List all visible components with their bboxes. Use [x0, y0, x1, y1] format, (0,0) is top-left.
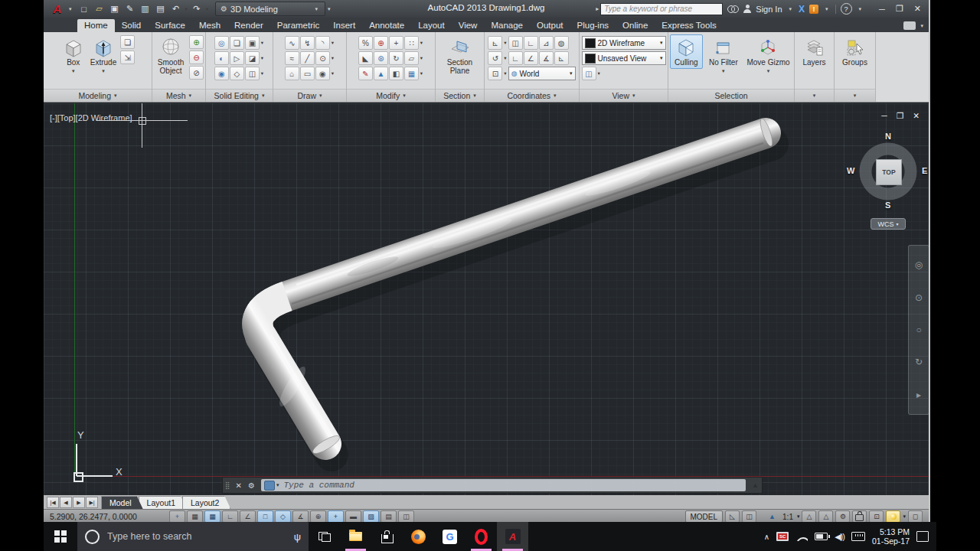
first-layout-button[interactable]: |◀	[47, 497, 59, 508]
workspace-dropdown[interactable]: ⚙ 3D Modeling ▾	[215, 2, 325, 16]
annotation-scale-dropdown-icon[interactable]: ▾	[797, 514, 800, 520]
communication-center-icon[interactable]: !	[809, 5, 818, 14]
named-view-dropdown[interactable]: Unsaved View ▾	[582, 51, 666, 65]
zoom-icon[interactable]: ○	[916, 324, 921, 335]
command-input[interactable]	[282, 480, 743, 491]
selection-cycling-icon[interactable]: ◫	[398, 510, 414, 523]
view-cube[interactable]: N S W E TOP	[859, 142, 917, 201]
pan-icon[interactable]: ⊙	[915, 292, 923, 303]
box-button[interactable]: Box ▾	[60, 34, 87, 77]
lock-ui-icon[interactable]	[852, 510, 867, 523]
extrude-faces-icon[interactable]: ❏	[230, 36, 244, 50]
panel-label-layers[interactable]: ▾	[795, 89, 834, 102]
ellipse-icon[interactable]: ◉	[315, 67, 330, 80]
ucs-object-icon[interactable]: ∠	[524, 51, 538, 65]
ucs-restore-icon[interactable]: ∟	[508, 51, 523, 65]
dynamic-ucs-icon[interactable]: ⊕	[310, 510, 326, 523]
viewport-config-icon[interactable]: ◫	[582, 67, 596, 80]
3d-polyline-icon[interactable]: ↯	[300, 36, 315, 50]
arc-dropdown-icon[interactable]: ▾	[331, 40, 335, 46]
model-paper-toggle[interactable]: MODEL	[685, 510, 724, 523]
ribbon-tab-insert[interactable]: Insert	[326, 19, 362, 32]
communication-dropdown-icon[interactable]: ▾	[825, 6, 828, 12]
compass-south[interactable]: S	[885, 201, 890, 210]
lineweight-icon[interactable]: ▬	[345, 510, 361, 523]
wcs-dropdown[interactable]: WCS ▾	[871, 218, 906, 230]
no-filter-button[interactable]: No Filter ▾	[704, 34, 743, 77]
trim-icon[interactable]: ▱	[404, 51, 419, 65]
quick-properties-icon[interactable]: ▤	[381, 510, 397, 523]
imprint-icon[interactable]: ◫	[245, 67, 260, 80]
smooth-object-button[interactable]: Smooth Object	[154, 34, 188, 77]
culling-button[interactable]: Culling	[670, 34, 703, 69]
panel-label-draw[interactable]: Draw▾	[273, 89, 346, 102]
shell-icon[interactable]: ◪	[245, 51, 260, 65]
smooth-less-icon[interactable]: ⊖	[189, 51, 204, 64]
ucs-previous-icon[interactable]: ↺	[488, 51, 502, 65]
undo-dropdown-icon[interactable]: ▾	[185, 6, 188, 12]
command-customize-icon[interactable]: ⚙	[245, 481, 258, 490]
infer-constraints-icon[interactable]: +	[169, 510, 185, 523]
save-icon[interactable]: ▣	[108, 2, 122, 15]
app-menu-dropdown-icon[interactable]: ▾	[69, 6, 72, 12]
layout-tab-layout2[interactable]: Layout2	[182, 496, 230, 509]
ribbon-tab-view[interactable]: View	[452, 19, 485, 32]
ellipse-dropdown-icon[interactable]: ▾	[331, 70, 335, 77]
ribbon-tab-annotate[interactable]: Annotate	[362, 19, 411, 32]
arc-icon[interactable]: ◝	[315, 36, 330, 50]
panel-label-selection[interactable]: Selection	[668, 89, 794, 102]
steering-wheel-icon[interactable]: ◎	[915, 259, 923, 270]
layout-tab-layout1[interactable]: Layout1	[139, 496, 187, 509]
section-plane-button[interactable]: Section Plane	[438, 34, 482, 77]
viewport-minimize-button[interactable]: ─	[881, 111, 887, 120]
redo-icon[interactable]: ↷	[190, 2, 204, 15]
separate-icon[interactable]: ▣	[245, 36, 260, 50]
auto-annotation-scale-icon[interactable]: △	[818, 510, 833, 523]
command-close-icon[interactable]: ✕	[233, 481, 245, 490]
workspace-switching-icon[interactable]: ⚙	[835, 510, 850, 523]
keyboard-icon[interactable]	[851, 532, 865, 541]
undo-icon[interactable]: ↶	[169, 2, 183, 15]
polygon-icon[interactable]: ⌂	[285, 67, 299, 80]
ucs-x-rotate-icon[interactable]: ∡	[539, 51, 554, 65]
view-cube-top-face[interactable]: TOP	[876, 159, 902, 185]
microphone-icon[interactable]: ψ	[294, 531, 301, 543]
command-line[interactable]: ⣿ ✕ ⚙ ▾ ▲	[222, 477, 763, 494]
close-button[interactable]: ✕	[914, 4, 921, 14]
viewport-close-button[interactable]: ✕	[913, 111, 920, 120]
viewport-config-dropdown-icon[interactable]: ▾	[597, 70, 601, 77]
orbit-icon[interactable]: ↻	[915, 357, 923, 367]
print-icon[interactable]: ▤	[154, 2, 168, 15]
ucs-world-dropdown[interactable]: ◍ World ▾	[508, 67, 576, 80]
command-prompt-dropdown-icon[interactable]: ▾	[276, 482, 279, 488]
ribbon-tab-plug-ins[interactable]: Plug-ins	[570, 19, 616, 32]
solid-subtract-icon[interactable]: ◐	[214, 51, 229, 65]
application-status-dropdown-icon[interactable]: ▾	[903, 514, 906, 520]
panel-label-view[interactable]: View▾	[580, 89, 668, 102]
taskbar-search-input[interactable]	[106, 530, 288, 543]
battery-icon[interactable]	[815, 533, 828, 540]
start-button[interactable]	[44, 522, 77, 551]
next-layout-button[interactable]: ▶	[73, 497, 85, 508]
shell-dropdown-icon[interactable]: ▾	[260, 55, 264, 61]
smooth-more-icon[interactable]: ⊕	[189, 35, 204, 49]
qat-customize-icon[interactable]: ▾	[328, 6, 331, 12]
no-smooth-icon[interactable]: ⊘	[189, 66, 204, 80]
3d-scale-icon[interactable]: ▲	[374, 67, 388, 80]
3d-object-snap-icon[interactable]: ◇	[275, 510, 291, 523]
visual-style-dropdown[interactable]: 2D Wireframe ▾	[582, 36, 666, 50]
compass-west[interactable]: W	[847, 166, 854, 175]
quick-view-layouts-icon[interactable]: ◺	[725, 510, 740, 523]
solid-intersect-icon[interactable]: ◉	[214, 67, 229, 80]
exchange-apps-icon[interactable]: X	[799, 4, 805, 15]
ribbon-tab-express-tools[interactable]: Express Tools	[655, 19, 723, 32]
show-ucs-dropdown-icon[interactable]: ▾	[503, 40, 507, 46]
ucs-z-axis-icon[interactable]: ⊿	[539, 36, 554, 50]
rectangle-icon[interactable]: ▭	[300, 67, 315, 80]
named-ucs-icon[interactable]: ⊡	[488, 67, 502, 80]
taskbar-clock[interactable]: 5:13 PM 01-Sep-17	[872, 527, 910, 546]
wifi-icon[interactable]	[795, 532, 808, 541]
ribbon-tab-solid[interactable]: Solid	[115, 19, 149, 32]
ucs-view-icon[interactable]: ◍	[554, 36, 569, 50]
google-button[interactable]: G	[434, 522, 466, 551]
